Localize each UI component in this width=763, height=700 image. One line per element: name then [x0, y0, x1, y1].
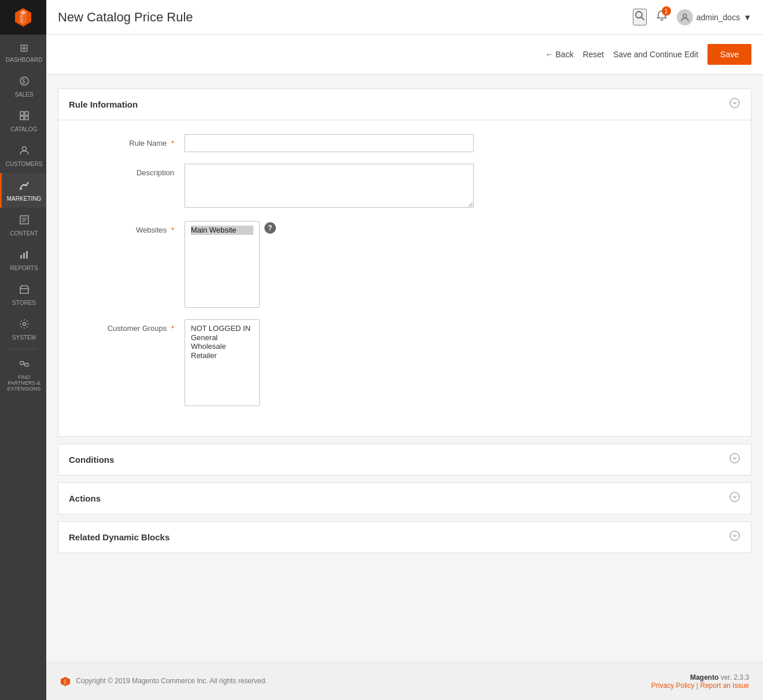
customer-group-option-retailer[interactable]: Retailer: [191, 351, 253, 360]
svg-rect-11: [20, 187, 22, 190]
related-dynamic-blocks-header[interactable]: Related Dynamic Blocks: [58, 522, 751, 552]
conditions-title: Conditions: [69, 455, 114, 465]
svg-point-30: [730, 531, 739, 540]
user-name: admin_docs: [696, 13, 740, 22]
action-bar: ← Back Reset Save and Continue Edit Save: [46, 35, 763, 75]
required-star: *: [171, 226, 174, 234]
chevron-down-icon: ▼: [743, 13, 751, 22]
sidebar-item-customers[interactable]: CUSTOMERS: [0, 138, 46, 173]
actions-header[interactable]: Actions: [58, 483, 751, 514]
svg-rect-7: [25, 112, 28, 115]
svg-rect-16: [20, 255, 22, 259]
sidebar-item-label: CUSTOMERS: [6, 161, 43, 167]
websites-control: Main Website ?: [185, 221, 474, 308]
svg-point-27: [730, 98, 739, 108]
sidebar-item-marketing[interactable]: MARKETING: [0, 173, 46, 208]
sidebar-divider: [9, 349, 37, 349]
description-row: Description: [69, 164, 740, 209]
customers-icon: [19, 145, 30, 159]
stores-icon: [19, 284, 30, 297]
sidebar-item-content[interactable]: CONTENT: [0, 208, 46, 242]
svg-rect-18: [26, 251, 28, 259]
collapse-icon: [729, 452, 740, 467]
rule-information-title: Rule Information: [69, 100, 138, 109]
search-button[interactable]: [633, 9, 647, 25]
actions-title: Actions: [69, 493, 101, 503]
footer-version: Magento ver. 2.3.3: [651, 673, 749, 681]
svg-point-29: [730, 492, 739, 502]
user-menu[interactable]: admin_docs ▼: [677, 9, 751, 25]
sidebar-item-system[interactable]: SYSTEM: [0, 312, 46, 347]
sales-icon: $: [19, 76, 30, 89]
related-dynamic-blocks-title: Related Dynamic Blocks: [69, 532, 169, 542]
conditions-section: Conditions: [58, 444, 751, 476]
save-button[interactable]: Save: [707, 44, 751, 65]
customer-group-option-not-logged[interactable]: NOT LOGGED IN: [191, 324, 253, 333]
partners-icon: [19, 359, 30, 372]
svg-point-26: [683, 14, 687, 17]
rule-information-body: Rule Name * Description: [58, 120, 751, 436]
arrow-left-icon: ←: [545, 50, 553, 59]
top-header: New Catalog Price Rule 1: [46, 0, 763, 35]
description-control: [185, 164, 474, 209]
reset-button[interactable]: Reset: [583, 50, 604, 59]
report-issue-link[interactable]: Report an Issue: [700, 681, 749, 690]
save-continue-button[interactable]: Save and Continue Edit: [613, 50, 698, 59]
sidebar-item-partners[interactable]: FIND PARTNERS & EXTENSIONS: [0, 352, 46, 397]
system-icon: [19, 319, 30, 332]
save-continue-label: Save and Continue Edit: [613, 50, 698, 59]
reports-icon: [19, 249, 30, 263]
websites-row: Websites * Main Website ?: [69, 221, 740, 308]
svg-rect-8: [20, 116, 24, 120]
rule-name-row: Rule Name *: [69, 134, 740, 152]
customer-groups-row: Customer Groups * NOT LOGGED IN General …: [69, 319, 740, 406]
website-option-main[interactable]: Main Website: [191, 226, 253, 235]
description-label: Description: [69, 164, 185, 177]
rule-information-header[interactable]: Rule Information: [58, 89, 751, 120]
footer-version-text: ver. 2.3.3: [721, 673, 749, 681]
sidebar-item-label: FIND PARTNERS & EXTENSIONS: [4, 374, 44, 392]
customer-groups-select[interactable]: NOT LOGGED IN General Wholesale Retailer: [185, 319, 260, 406]
page-title: New Catalog Price Rule: [58, 10, 193, 25]
collapse-icon: [729, 530, 740, 544]
rule-name-input[interactable]: [185, 134, 474, 152]
sidebar-item-label: CONTENT: [10, 230, 38, 237]
sidebar-item-reports[interactable]: REPORTS: [0, 242, 46, 277]
rule-name-control: [185, 134, 474, 152]
collapse-icon: [729, 97, 740, 112]
sidebar-logo[interactable]: [0, 0, 46, 35]
sidebar-item-catalog[interactable]: CATALOG: [0, 104, 46, 138]
sidebar-item-dashboard[interactable]: ⊞ DASHBOARD: [0, 35, 46, 69]
customer-group-option-wholesale[interactable]: Wholesale: [191, 342, 253, 351]
back-button[interactable]: ← Back: [545, 50, 573, 59]
footer-logo-icon: [60, 676, 71, 687]
collapse-icon: [729, 491, 740, 506]
customer-groups-control: NOT LOGGED IN General Wholesale Retailer: [185, 319, 474, 406]
footer-links: Privacy Policy | Report an Issue: [651, 681, 749, 690]
sidebar-item-sales[interactable]: $ SALES: [0, 69, 46, 104]
customer-group-option-general[interactable]: General: [191, 333, 253, 342]
description-input[interactable]: [185, 164, 474, 208]
catalog-icon: [19, 110, 30, 124]
sidebar-item-label: CATALOG: [10, 126, 37, 132]
required-star: *: [171, 139, 174, 148]
svg-rect-21: [20, 362, 24, 364]
sidebar-item-stores[interactable]: STORES: [0, 277, 46, 312]
search-icon: [634, 10, 646, 21]
conditions-header[interactable]: Conditions: [58, 444, 751, 475]
websites-help-icon[interactable]: ?: [264, 222, 276, 234]
privacy-policy-link[interactable]: Privacy Policy: [651, 681, 695, 690]
notifications-button[interactable]: 1: [656, 10, 668, 24]
marketing-icon: [19, 180, 30, 193]
svg-point-28: [730, 454, 739, 463]
customer-groups-label: Customer Groups *: [69, 319, 185, 333]
sidebar-item-label: REPORTS: [10, 265, 38, 271]
websites-select[interactable]: Main Website: [185, 221, 260, 308]
svg-rect-22: [25, 363, 28, 366]
user-icon: [680, 13, 690, 22]
back-label: Back: [555, 50, 573, 59]
websites-label: Websites *: [69, 221, 185, 234]
svg-marker-33: [65, 678, 67, 685]
content-icon: [19, 215, 30, 228]
rule-information-section: Rule Information Rule Name *: [58, 89, 751, 437]
